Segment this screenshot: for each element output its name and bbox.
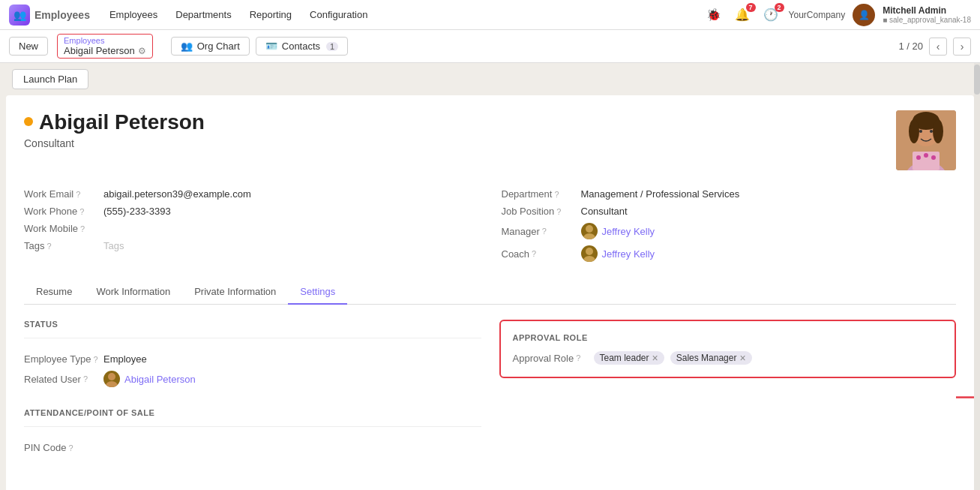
work-email-value[interactable]: abigail.peterson39@example.com [103, 188, 251, 200]
org-chart-button[interactable]: 👥 Org Chart [171, 37, 250, 56]
department-label: Department ? [502, 188, 577, 200]
employee-tabs: Resume Work Information Private Informat… [24, 280, 956, 305]
sales-manager-tag-remove[interactable]: × [739, 353, 745, 363]
nav-items: Employees Departments Reporting Configur… [102, 5, 691, 25]
bell-icon-btn[interactable]: 🔔 7 [732, 5, 753, 25]
form-left: Work Email ? abigail.peterson39@example.… [24, 185, 479, 265]
approval-role-row: Approval Role ? Team leader × Sales Mana… [513, 351, 943, 365]
pagination: 1 / 20 ‹ › [898, 38, 971, 56]
employee-job-title: Consultant [24, 137, 205, 149]
bug-icon-btn[interactable]: 🐞 [703, 5, 724, 25]
secondary-navigation: New Employees Abigail Peterson ⚙ 👥 Org C… [0, 30, 980, 63]
contacts-count: 1 [326, 42, 338, 51]
new-button[interactable]: New [9, 37, 48, 56]
nav-configuration[interactable]: Configuration [302, 5, 375, 25]
tab-resume[interactable]: Resume [24, 280, 84, 305]
user-avatar[interactable]: 👤 [853, 4, 875, 26]
svg-point-9 [916, 155, 921, 160]
coach-help[interactable]: ? [532, 249, 536, 258]
work-mobile-help[interactable]: ? [80, 224, 85, 233]
attendance-section: ATTENDANCE/POINT OF SALE PIN Code ? [24, 408, 481, 456]
clock-icon-btn[interactable]: 🕐 2 [760, 5, 781, 25]
work-email-label: Work Email ? [24, 188, 99, 200]
tags-help[interactable]: ? [46, 242, 51, 251]
manager-value-wrapper: Jeffrey Kelly [581, 223, 655, 239]
tags-value[interactable]: Tags [103, 240, 124, 251]
manager-row: Manager ? Jeffrey Kelly [502, 220, 957, 242]
svg-point-5 [933, 119, 943, 143]
svg-point-12 [586, 225, 593, 233]
employee-name-section: Abigail Peterson Consultant [24, 110, 205, 149]
top-nav-right: 🐞 🔔 7 🕐 2 YourCompany 👤 Mitchell Admin ■… [703, 4, 971, 26]
pin-code-help[interactable]: ? [68, 443, 73, 452]
employee-type-help[interactable]: ? [93, 355, 97, 364]
job-position-value[interactable]: Consultant [581, 206, 628, 217]
breadcrumb-parent[interactable]: Employees [64, 36, 146, 45]
job-position-label: Job Position ? [502, 206, 577, 217]
team-leader-tag-remove[interactable]: × [652, 353, 658, 363]
manager-help[interactable]: ? [542, 227, 547, 236]
user-name: Mitchell Admin [883, 5, 971, 16]
settings-layout: STATUS Employee Type ? Employee Related … [24, 320, 956, 474]
svg-point-13 [583, 233, 595, 239]
employee-photo-svg [896, 110, 956, 170]
pagination-next[interactable]: › [953, 38, 971, 56]
related-user-name[interactable]: Abigail Peterson [124, 374, 196, 385]
work-phone-help[interactable]: ? [79, 207, 84, 216]
work-mobile-row: Work Mobile ? [24, 220, 479, 237]
header-actions: 👥 Org Chart 🪪 Contacts 1 [171, 37, 349, 56]
department-value[interactable]: Management / Professional Services [581, 188, 740, 200]
manager-label: Manager ? [502, 226, 577, 237]
tab-work-information[interactable]: Work Information [84, 280, 182, 305]
contacts-button[interactable]: 🪪 Contacts 1 [256, 37, 348, 56]
approval-role-help[interactable]: ? [576, 353, 580, 362]
approval-section-wrapper: APPROVAL ROLE Approval Role ? Team leade… [499, 320, 957, 474]
related-user-row: Related User ? Abigail Peterson [24, 368, 481, 390]
svg-point-4 [909, 119, 919, 143]
settings-tab-content: STATUS Employee Type ? Employee Related … [24, 305, 956, 489]
employee-type-value[interactable]: Employee [103, 353, 147, 365]
coach-row: Coach ? Jeffrey Kelly [502, 242, 957, 265]
work-phone-value[interactable]: (555)-233-3393 [103, 206, 171, 217]
tags-label: Tags ? [24, 240, 99, 251]
department-help[interactable]: ? [554, 190, 559, 199]
approval-role-label: Approval Role ? [513, 353, 588, 364]
breadcrumb-current: Abigail Peterson ⚙ [64, 45, 146, 56]
nav-departments[interactable]: Departments [168, 5, 238, 25]
pagination-prev[interactable]: ‹ [929, 38, 947, 56]
employee-name-text: Abigail Peterson [39, 110, 205, 134]
work-email-row: Work Email ? abigail.peterson39@example.… [24, 185, 479, 203]
status-section: STATUS Employee Type ? Employee Related … [24, 320, 481, 456]
launch-bar: Launch Plan [0, 63, 980, 95]
svg-point-14 [586, 248, 593, 255]
approval-tag-sales-manager: Sales Manager × [670, 351, 752, 365]
pin-code-row: PIN Code ? [24, 439, 481, 456]
department-row: Department ? Management / Professional S… [502, 185, 957, 203]
related-user-help[interactable]: ? [83, 374, 88, 383]
scrollbar-thumb[interactable] [974, 65, 980, 95]
settings-gear-icon[interactable]: ⚙ [138, 46, 146, 56]
coach-avatar [581, 245, 598, 262]
manager-name[interactable]: Jeffrey Kelly [602, 226, 655, 237]
org-chart-icon: 👥 [181, 41, 193, 52]
related-user-value-wrapper: Abigail Peterson [103, 371, 196, 387]
work-phone-row: Work Phone ? (555)-233-3393 [24, 203, 479, 220]
tab-private-information[interactable]: Private Information [182, 280, 288, 305]
scrollbar-track [974, 63, 980, 490]
main-content: Abigail Peterson Consultant [6, 95, 974, 490]
launch-plan-button[interactable]: Launch Plan [12, 69, 88, 89]
form-right: Department ? Management / Professional S… [502, 185, 957, 265]
user-info: Mitchell Admin ■ sale_approval_kanak-18 [883, 5, 971, 24]
work-email-help[interactable]: ? [76, 190, 80, 199]
job-position-help[interactable]: ? [556, 207, 561, 216]
pin-code-label: PIN Code ? [24, 442, 99, 453]
employee-photo[interactable] [896, 110, 956, 170]
nav-reporting[interactable]: Reporting [242, 5, 299, 25]
coach-value-wrapper: Jeffrey Kelly [581, 245, 655, 262]
logo-icon: 👥 [9, 5, 30, 26]
nav-employees[interactable]: Employees [102, 5, 165, 25]
app-logo[interactable]: 👥 Employees [9, 5, 90, 26]
coach-name[interactable]: Jeffrey Kelly [602, 248, 655, 260]
work-phone-label: Work Phone ? [24, 206, 99, 217]
tab-settings[interactable]: Settings [288, 280, 347, 305]
